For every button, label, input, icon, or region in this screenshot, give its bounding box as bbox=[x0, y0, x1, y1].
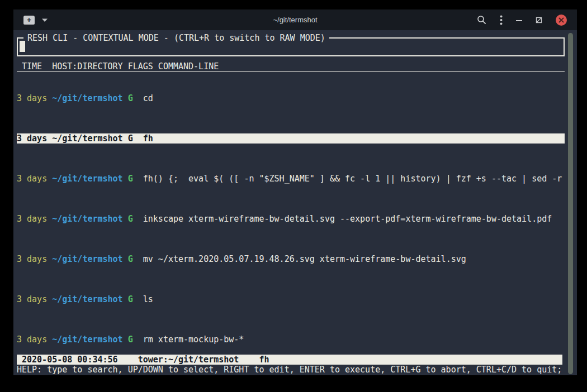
tab-dropdown-button[interactable] bbox=[41, 18, 48, 22]
row-flags: G bbox=[128, 214, 133, 224]
scrollbar[interactable] bbox=[568, 33, 573, 374]
row-host-directory: ~/git/termshot bbox=[52, 174, 122, 184]
row-time: 3 days bbox=[17, 254, 47, 264]
history-row[interactable]: 3 days ~/git/termshot G inkscape xterm-w… bbox=[17, 214, 565, 224]
status-gap bbox=[239, 355, 259, 365]
search-icon bbox=[477, 15, 486, 25]
terminal-content: RESH CLI - CONTEXTUAL MODE - (CTRL+R to … bbox=[13, 30, 577, 375]
new-tab-icon: + bbox=[27, 16, 31, 23]
row-time: 3 days bbox=[17, 214, 47, 224]
row-command: rm xterm-mockup-bw-* bbox=[143, 334, 244, 345]
row-flags: G bbox=[128, 334, 133, 345]
history-row[interactable]: 3 days ~/git/termshot G rm xterm-mockup-… bbox=[17, 334, 565, 345]
close-icon bbox=[558, 17, 564, 23]
status-gap bbox=[118, 355, 138, 365]
row-time: 3 days bbox=[17, 93, 47, 103]
search-box-title: RESH CLI - CONTEXTUAL MODE - (CTRL+R to … bbox=[23, 33, 329, 43]
row-time: 3 days bbox=[17, 294, 47, 304]
row-command: cd bbox=[143, 93, 153, 103]
search-input[interactable]: RESH CLI - CONTEXTUAL MODE - (CTRL+R to … bbox=[17, 37, 565, 56]
row-time: 3 days bbox=[17, 133, 47, 144]
row-host-directory: ~/git/termshot bbox=[52, 254, 122, 264]
restore-button[interactable] bbox=[536, 17, 542, 23]
close-button[interactable] bbox=[556, 15, 567, 26]
restore-icon bbox=[536, 17, 542, 23]
history-row[interactable]: 3 days ~/git/termshot G mv ~/xterm.2020.… bbox=[17, 254, 565, 264]
row-host-directory: ~/git/termshot bbox=[52, 214, 122, 224]
row-command: ls bbox=[143, 294, 153, 304]
status-datetime: 2020-05-08 00:34:56 bbox=[22, 355, 118, 365]
row-host-directory: ~/git/termshot bbox=[52, 294, 122, 304]
row-host-directory: ~/git/termshot bbox=[52, 93, 122, 103]
status-location: tower:~/git/termshot bbox=[138, 355, 239, 365]
titlebar: + ~/git/termshot bbox=[13, 9, 577, 30]
text-cursor-icon bbox=[20, 41, 25, 52]
menu-button[interactable] bbox=[500, 15, 503, 25]
row-command: fh bbox=[143, 133, 153, 144]
row-command: mv ~/xterm.2020.05.07.19.48.26.svg xterm… bbox=[143, 254, 466, 264]
row-host-directory: ~/git/termshot bbox=[52, 133, 122, 144]
row-flags: G bbox=[128, 294, 133, 304]
terminal-window: + ~/git/termshot bbox=[13, 9, 577, 375]
status-command: fh bbox=[259, 355, 269, 365]
row-host-directory: ~/git/termshot bbox=[52, 334, 122, 345]
row-flags: G bbox=[128, 93, 133, 103]
search-button[interactable] bbox=[477, 15, 486, 25]
history-row[interactable]: 3 days ~/git/termshot G cd bbox=[17, 93, 565, 103]
row-flags: G bbox=[128, 174, 133, 184]
help-line: HELP: type to search, UP/DOWN to select,… bbox=[17, 365, 574, 375]
history-list: 3 days ~/git/termshot G cd 3 days ~/git/… bbox=[17, 73, 565, 355]
history-row[interactable]: 3 days ~/git/termshot G ls bbox=[17, 294, 565, 304]
history-row[interactable]: 3 days ~/git/termshot G fh() {; eval $( … bbox=[17, 174, 565, 184]
kebab-menu-icon bbox=[500, 15, 503, 25]
table-header: TIME HOST:DIRECTORY FLAGS COMMAND-LINE bbox=[17, 61, 565, 72]
row-command: inkscape xterm-wireframe-bw-detail.svg -… bbox=[143, 214, 552, 224]
row-time: 3 days bbox=[17, 334, 47, 345]
row-flags: G bbox=[128, 254, 133, 264]
status-bar: 2020-05-08 00:34:56tower:~/git/termshotf… bbox=[17, 355, 562, 365]
history-row[interactable]: 3 days ~/git/termshot G fh bbox=[17, 133, 565, 144]
row-command: fh() {; eval $( ([ -n "$ZSH_NAME" ] && f… bbox=[143, 174, 562, 184]
row-flags: G bbox=[128, 133, 133, 144]
minimize-icon bbox=[516, 17, 522, 23]
new-tab-button[interactable]: + bbox=[23, 16, 35, 25]
row-time: 3 days bbox=[17, 174, 47, 184]
chevron-down-icon bbox=[41, 18, 48, 22]
minimize-button[interactable] bbox=[516, 17, 522, 23]
